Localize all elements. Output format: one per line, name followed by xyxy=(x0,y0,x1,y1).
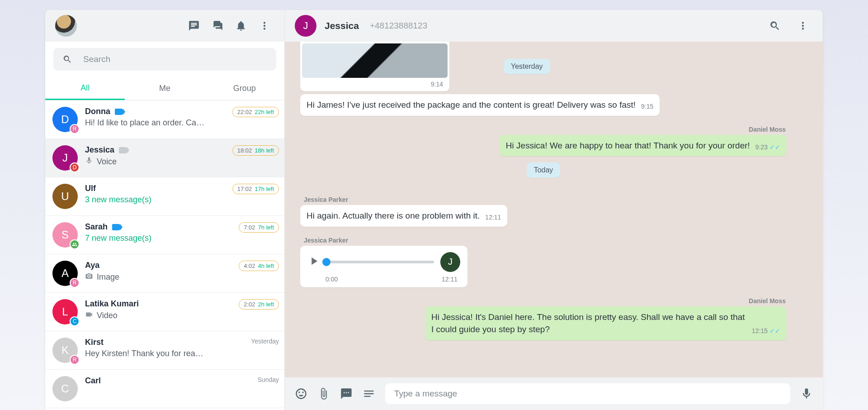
status-badge: C xyxy=(70,316,80,326)
tab-group[interactable]: Group xyxy=(205,77,284,100)
message-time: 12:15 ✓✓ xyxy=(752,326,780,335)
chat-item[interactable]: C Carl Sunday xyxy=(45,370,284,408)
chat-name: Ulf xyxy=(85,184,96,193)
contact-avatar[interactable]: J xyxy=(295,15,316,37)
templates-icon[interactable] xyxy=(208,16,227,36)
sender-label: Daniel Moss xyxy=(749,297,786,305)
chat-preview: 3 new message(s) xyxy=(85,195,225,205)
read-ticks-icon: ✓✓ xyxy=(769,143,780,151)
me-avatar[interactable] xyxy=(55,15,77,37)
chat-item[interactable]: JD Jessica Voice 18:0218h left xyxy=(45,139,284,177)
sidebar-header xyxy=(45,10,284,42)
message-text: Hi James! I've just received the package… xyxy=(307,99,636,111)
chat-preview: Hey Kirsten! Thank you for rea… xyxy=(85,349,244,358)
tag-icon xyxy=(112,224,120,230)
search-conversation-icon[interactable] xyxy=(765,16,785,36)
tag-icon xyxy=(115,109,123,115)
message-time: 12:11 xyxy=(442,276,458,283)
sla-pill: 7:027h left xyxy=(239,222,279,233)
search-placeholder: Search xyxy=(83,54,110,64)
incoming-message[interactable]: Hi James! I've just received the package… xyxy=(300,94,660,116)
chat-preview: Image xyxy=(85,272,231,282)
chat-item[interactable]: AR Aya Image 4:024h left xyxy=(45,254,284,293)
chat-name: Aya xyxy=(85,261,99,270)
chat-list[interactable]: DR Donna Hi! Id like to place an order. … xyxy=(45,100,284,410)
voice-message[interactable]: J 0:00 12:11 xyxy=(300,246,467,287)
tabs: All Me Group xyxy=(45,77,284,100)
app-window: Search All Me Group DR Donna Hi! Id like… xyxy=(45,10,823,410)
chat-date: Yesterday xyxy=(251,338,279,345)
chat-avatar: C xyxy=(52,376,78,401)
chat-name: Donna xyxy=(85,107,110,116)
tab-all[interactable]: All xyxy=(45,77,125,100)
chat-avatar: S xyxy=(52,222,78,248)
search-wrap: Search xyxy=(45,42,284,77)
contact-phone: +48123888123 xyxy=(370,21,427,31)
chat-item[interactable]: DR Donna Hi! Id like to place an order. … xyxy=(45,100,284,139)
search-icon xyxy=(62,54,72,64)
conversation-pane: J Jessica +48123888123 9:14 Yesterday Hi… xyxy=(285,10,823,410)
chat-avatar: JD xyxy=(52,145,78,171)
chat-date: Sunday xyxy=(258,376,279,383)
status-badge: R xyxy=(70,124,80,134)
notes-icon[interactable] xyxy=(363,384,375,404)
message-input[interactable]: Type a message xyxy=(385,383,790,404)
chat-name: Carl xyxy=(85,376,101,386)
emoji-icon[interactable] xyxy=(295,384,307,404)
outgoing-message[interactable]: Hi Jessica! It's Daniel here. The soluti… xyxy=(425,306,787,340)
chat-avatar: U xyxy=(52,184,78,209)
tab-me[interactable]: Me xyxy=(125,77,204,100)
incoming-message[interactable]: Hi again. Actually there is one problem … xyxy=(300,205,507,227)
chat-avatar: AR xyxy=(52,261,78,286)
chat-name: Latika Kumari xyxy=(85,299,139,309)
mic-icon[interactable] xyxy=(800,384,813,404)
status-badge xyxy=(70,239,80,249)
outgoing-message[interactable]: Hi Jessica! We are happy to hear that! T… xyxy=(500,135,787,157)
voice-thumb[interactable] xyxy=(322,258,330,266)
sla-pill: 2:022h left xyxy=(239,299,279,310)
message-time: 9:23 ✓✓ xyxy=(755,143,780,152)
message-time: 12:11 xyxy=(485,213,501,222)
chat-item[interactable]: KR Kirst Hey Kirsten! Thank you for rea…… xyxy=(45,331,284,370)
play-icon[interactable] xyxy=(307,255,320,269)
chat-preview: 7 new message(s) xyxy=(85,234,231,243)
template-reply-icon[interactable] xyxy=(340,384,353,404)
sla-pill: 4:024h left xyxy=(239,261,279,271)
conversation-header: J Jessica +48123888123 xyxy=(285,10,823,42)
chat-item[interactable]: S Sarah 7 new message(s) 7:027h left xyxy=(45,216,284,254)
mic-icon xyxy=(85,157,93,167)
chat-name: Kirst xyxy=(85,338,104,347)
chat-avatar: KR xyxy=(52,338,78,363)
chat-item[interactable]: U Ulf 3 new message(s) 17:0217h left xyxy=(45,177,284,216)
status-badge: R xyxy=(70,355,80,365)
voice-avatar: J xyxy=(440,252,460,272)
search-input[interactable]: Search xyxy=(53,48,276,71)
more-icon[interactable] xyxy=(255,16,274,36)
voice-track[interactable] xyxy=(326,261,434,263)
status-badge: D xyxy=(70,162,80,172)
chat-preview: Voice xyxy=(85,157,225,167)
chat-preview: Hi! Id like to place an order. Ca… xyxy=(85,118,225,128)
status-badge: R xyxy=(70,278,80,288)
message-time: 9:15 xyxy=(641,102,653,111)
sender-label: Jessica Parker xyxy=(304,196,348,203)
chat-item[interactable]: LC Latika Kumari Video 2:022h left xyxy=(45,293,284,331)
message-text: Hi Jessica! We are happy to hear that! T… xyxy=(506,139,750,152)
composer: Type a message xyxy=(285,377,823,410)
tag-icon xyxy=(119,147,127,153)
bell-icon[interactable] xyxy=(231,16,251,36)
image-message[interactable]: 9:14 xyxy=(300,42,449,91)
read-ticks-icon: ✓✓ xyxy=(769,327,780,334)
conversation-menu-icon[interactable] xyxy=(793,16,813,36)
sidebar: Search All Me Group DR Donna Hi! Id like… xyxy=(45,10,285,410)
sender-label: Daniel Moss xyxy=(749,126,786,133)
camera-icon xyxy=(85,272,93,282)
new-chat-icon[interactable] xyxy=(184,16,204,36)
chat-preview: Video xyxy=(85,310,231,321)
message-thread[interactable]: 9:14 Yesterday Hi James! I've just recei… xyxy=(285,42,823,377)
message-time: 9:14 xyxy=(302,78,448,88)
chat-name: Sarah xyxy=(85,222,108,232)
attach-icon[interactable] xyxy=(317,384,330,404)
chat-avatar: DR xyxy=(52,107,78,132)
sla-pill: 18:0218h left xyxy=(232,145,279,156)
